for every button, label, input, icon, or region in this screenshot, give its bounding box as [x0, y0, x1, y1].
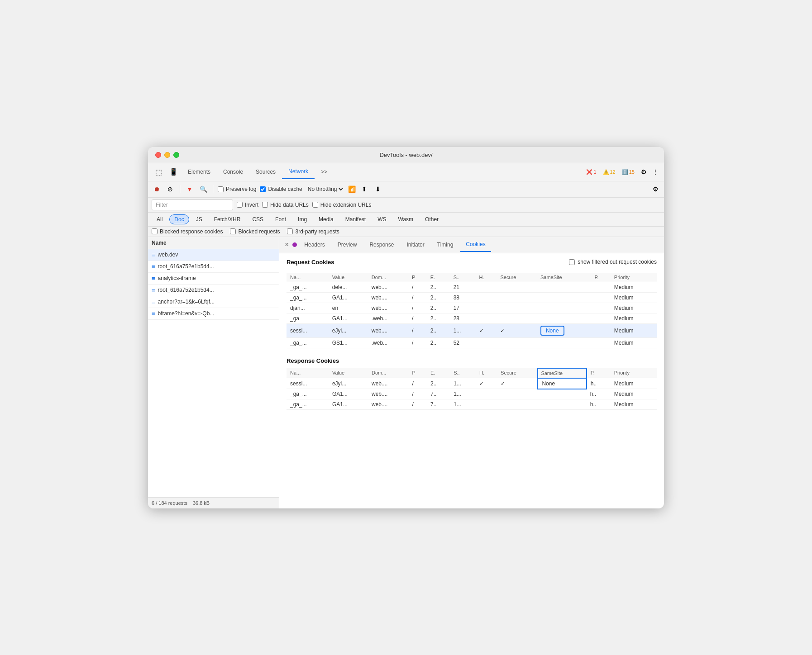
network-settings-button[interactable]: ⚙ [650, 184, 660, 194]
preserve-log-label[interactable]: Preserve log [218, 186, 256, 192]
request-item[interactable]: ≡ analytics-iframe [148, 273, 279, 285]
doc-icon: ≡ [152, 310, 155, 317]
minimize-button[interactable] [164, 152, 170, 158]
disable-cache-label[interactable]: Disable cache [260, 186, 302, 192]
request-item[interactable]: ≡ root_616a752e1b5d4... [148, 261, 279, 273]
res-btn-img[interactable]: Img [293, 214, 312, 224]
res-btn-fetch-xhr[interactable]: Fetch/XHR [209, 214, 246, 224]
inspector-icon[interactable]: ⬚ [152, 166, 166, 178]
request-cookies-header: Request Cookies show filtered out reques… [287, 259, 657, 269]
invert-label[interactable]: Invert [237, 202, 258, 208]
tab-console[interactable]: Console [217, 165, 249, 179]
separator-2 [213, 185, 213, 193]
request-cookies-title: Request Cookies [287, 259, 334, 266]
request-item[interactable]: ≡ root_616a752e1b5d4... [148, 285, 279, 296]
preserve-log-checkbox[interactable] [218, 186, 224, 192]
res-btn-ws[interactable]: WS [373, 214, 391, 224]
col-priority: Priority [611, 273, 657, 282]
col-samesite: SameSite [537, 273, 591, 282]
col-secure: Secure [497, 273, 536, 282]
hide-data-urls-checkbox[interactable] [262, 202, 268, 208]
third-party-checkbox[interactable] [287, 228, 293, 234]
table-row[interactable]: _ga_... dele... web.... / 2.. 21 Medium [287, 282, 657, 292]
res-btn-wasm[interactable]: Wasm [393, 214, 419, 224]
error-badge: ❌ 1 [584, 168, 598, 176]
table-row[interactable]: _ga GA1... .web... / 2.. 28 Medium [287, 313, 657, 323]
filter-bar: Invert Hide data URLs Hide extension URL… [148, 198, 664, 213]
table-row-highlighted[interactable]: sessi... eJyl... web.... / 2.. 1... ✓ ✓ … [287, 323, 657, 337]
col-samesite-bordered: SameSite [538, 368, 586, 378]
filter-button[interactable]: ▼ [185, 184, 195, 194]
request-item[interactable]: ≡ bframe?hl=en&v=-Qb... [148, 308, 279, 320]
close-button[interactable] [155, 152, 161, 158]
blocked-requests-checkbox[interactable] [230, 228, 236, 234]
tab-response[interactable]: Response [364, 238, 399, 252]
res-btn-font[interactable]: Font [270, 214, 291, 224]
table-row[interactable]: _ga_... GA1... web.... / 2.. 38 Medium [287, 292, 657, 303]
requests-header: Name [148, 237, 279, 249]
col-p: P. [587, 368, 611, 378]
hide-ext-urls-checkbox[interactable] [312, 202, 318, 208]
col-httponly: H. [476, 273, 497, 282]
col-secure: Secure [497, 368, 538, 378]
tab-elements[interactable]: Elements [182, 165, 217, 179]
table-row[interactable]: _ga_... GS1... .web... / 2.. 52 Medium [287, 337, 657, 348]
hide-ext-urls-label[interactable]: Hide extension URLs [312, 202, 372, 208]
tab-initiator[interactable]: Initiator [401, 238, 430, 252]
tab-headers[interactable]: Headers [299, 238, 330, 252]
res-btn-css[interactable]: CSS [247, 214, 268, 224]
res-btn-media[interactable]: Media [314, 214, 339, 224]
invert-checkbox[interactable] [237, 202, 243, 208]
res-btn-manifest[interactable]: Manifest [340, 214, 371, 224]
show-filtered-checkbox[interactable] [569, 259, 575, 265]
disable-cache-checkbox[interactable] [260, 186, 266, 192]
settings-button[interactable]: ⚙ [639, 167, 649, 177]
doc-icon: ≡ [152, 287, 155, 294]
tab-more[interactable]: >> [315, 165, 334, 179]
throttle-select[interactable]: No throttling [306, 185, 344, 193]
table-row[interactable]: sessi... eJyl... web.... / 2.. 1... ✓ ✓ … [287, 378, 657, 389]
tab-timing[interactable]: Timing [432, 238, 459, 252]
device-toggle-icon[interactable]: 📱 [166, 166, 182, 178]
tab-sources[interactable]: Sources [249, 165, 282, 179]
third-party-label[interactable]: 3rd-party requests [287, 228, 339, 235]
download-button[interactable]: ⬇ [373, 184, 383, 194]
col-expires: E. [427, 368, 450, 378]
res-btn-other[interactable]: Other [420, 214, 444, 224]
col-size: S.. [450, 273, 476, 282]
separator-1 [180, 185, 180, 193]
filter-input[interactable] [152, 199, 233, 210]
request-cookies-table: Na... Value Dom... P E. S.. H. Secure Sa… [287, 273, 657, 348]
tab-preview[interactable]: Preview [332, 238, 363, 252]
table-row[interactable]: djan... en web.... / 2.. 17 Medium [287, 303, 657, 313]
info-icon: ℹ️ [622, 169, 628, 175]
tab-network[interactable]: Network [282, 165, 315, 179]
blocked-requests-label[interactable]: Blocked requests [230, 228, 280, 235]
res-btn-doc[interactable]: Doc [169, 214, 189, 224]
toolbar-right: ❌ 1 ⚠️ 12 ℹ️ 15 ⚙ ⋮ [584, 167, 660, 177]
table-row[interactable]: _ga_... GA1... web.... / 7.. 1... h.. Me… [287, 399, 657, 410]
col-path: P [408, 273, 427, 282]
request-item[interactable]: ≡ web.dev [148, 249, 279, 261]
blocked-cookies-checkbox[interactable] [152, 228, 158, 234]
clear-button[interactable]: ⊘ [165, 184, 175, 194]
col-domain: Dom... [368, 273, 408, 282]
search-button[interactable]: 🔍 [198, 184, 208, 194]
col-p: P. [591, 273, 610, 282]
tab-cookies[interactable]: Cookies [460, 237, 491, 252]
request-item[interactable]: ≡ anchor?ar=1&k=6Lfqf... [148, 296, 279, 308]
details-tab-bar: × Headers Preview Response Initiator Tim… [279, 237, 664, 253]
hide-data-urls-label[interactable]: Hide data URLs [262, 202, 309, 208]
purple-dot-icon [292, 242, 297, 247]
res-btn-js[interactable]: JS [191, 214, 207, 224]
blocked-cookies-label[interactable]: Blocked response cookies [152, 228, 223, 235]
table-row[interactable]: _ga_... GA1... web.... / 7.. 1... h.. Me… [287, 389, 657, 399]
show-filtered-label[interactable]: show filtered out request cookies [569, 259, 657, 265]
record-button[interactable]: ⏺ [152, 184, 162, 194]
close-details-button[interactable]: × [283, 241, 291, 249]
maximize-button[interactable] [173, 152, 179, 158]
more-button[interactable]: ⋮ [650, 167, 660, 177]
res-btn-all[interactable]: All [152, 214, 167, 224]
details-panel: × Headers Preview Response Initiator Tim… [279, 237, 664, 508]
upload-button[interactable]: ⬆ [359, 184, 369, 194]
